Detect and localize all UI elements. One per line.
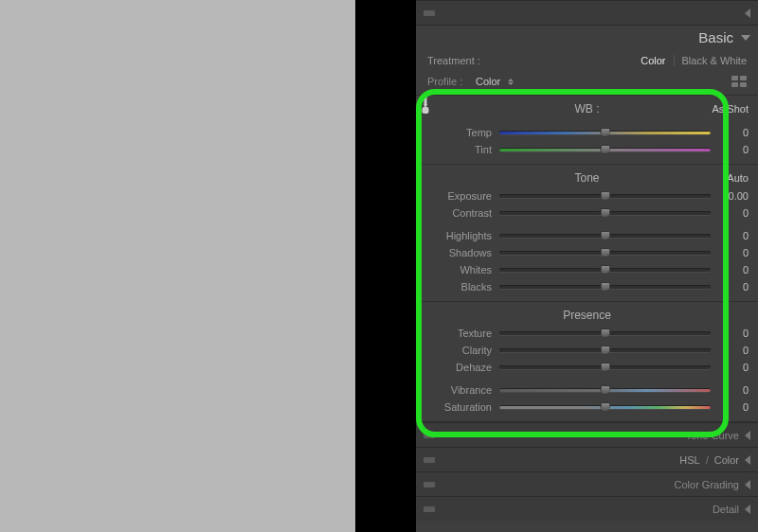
tint-row: Tint 0	[416, 141, 758, 158]
presence-title: Presence	[563, 309, 611, 322]
slider-handle[interactable]	[600, 208, 610, 218]
vibrance-row: Vibrance 0	[416, 381, 758, 399]
grid-icon[interactable]	[731, 76, 747, 87]
detail-panel[interactable]: Detail	[416, 496, 758, 521]
panel-gap	[355, 0, 416, 532]
slider-handle[interactable]	[600, 328, 610, 338]
whites-value[interactable]: 0	[718, 264, 749, 275]
slider-handle[interactable]	[600, 231, 610, 240]
vibrance-label: Vibrance	[425, 384, 492, 396]
tint-slider[interactable]	[499, 148, 711, 151]
slider-handle[interactable]	[600, 145, 610, 154]
exposure-label: Exposure	[425, 190, 492, 202]
slider-handle[interactable]	[600, 346, 610, 355]
toggle-icon[interactable]	[424, 10, 435, 16]
texture-slider[interactable]	[499, 331, 711, 335]
exposure-value[interactable]: 0.00	[718, 190, 749, 202]
profile-label: Profile :	[427, 76, 462, 87]
slider-handle[interactable]	[600, 363, 610, 372]
highlights-label: Highlights	[425, 230, 492, 241]
treatment-color[interactable]: Color	[641, 55, 665, 66]
contrast-row: Contrast 0	[416, 204, 758, 222]
dehaze-row: Dehaze 0	[416, 359, 758, 376]
contrast-label: Contrast	[425, 207, 492, 219]
toggle-icon[interactable]	[424, 482, 435, 488]
divider	[674, 55, 675, 66]
basic-header[interactable]: Basic	[416, 25, 758, 49]
treatment-label: Treatment :	[427, 55, 480, 66]
dehaze-value[interactable]: 0	[718, 362, 749, 373]
highlights-slider[interactable]	[499, 234, 711, 238]
treatment-bw[interactable]: Black & White	[682, 55, 747, 66]
detail-title: Detail	[713, 504, 739, 515]
contrast-slider[interactable]	[499, 211, 711, 215]
shadows-row: Shadows 0	[416, 244, 758, 261]
temp-row: Temp 0	[416, 124, 758, 141]
saturation-row: Saturation 0	[416, 399, 758, 416]
presence-section: Presence Texture 0 Clarity 0 Dehaze 0 Vi…	[416, 302, 758, 422]
contrast-value[interactable]: 0	[718, 207, 749, 219]
tone-section: Tone Auto Exposure 0.00 Contrast 0 Highl…	[416, 165, 758, 302]
wb-section: WB : As Shot Temp 0 Tint 0	[416, 96, 758, 165]
texture-label: Texture	[425, 328, 492, 339]
slider-handle[interactable]	[600, 402, 610, 412]
clarity-label: Clarity	[425, 345, 492, 356]
dehaze-label: Dehaze	[425, 362, 492, 373]
blacks-value[interactable]: 0	[718, 281, 749, 293]
color-grading-panel[interactable]: Color Grading	[416, 471, 758, 496]
temp-slider[interactable]	[499, 131, 711, 134]
hsl-b: Color	[714, 454, 739, 466]
tint-label: Tint	[425, 144, 492, 155]
hsl-panel[interactable]: HSL / Color	[416, 447, 758, 471]
tone-curve-title: Tone Curve	[686, 430, 739, 441]
slider-handle[interactable]	[600, 248, 610, 257]
highlights-row: Highlights 0	[416, 227, 758, 244]
toggle-icon[interactable]	[424, 433, 435, 438]
whites-slider[interactable]	[499, 268, 711, 272]
slider-handle[interactable]	[600, 385, 610, 395]
slider-handle[interactable]	[600, 265, 610, 275]
shadows-value[interactable]: 0	[718, 247, 749, 258]
tone-auto[interactable]: Auto	[727, 172, 749, 184]
basic-title: Basic	[698, 29, 733, 45]
blacks-slider[interactable]	[499, 285, 711, 289]
chevron-left-icon	[745, 431, 750, 440]
treatment-row: Treatment : Color Black & White	[416, 49, 758, 72]
collapsed-section-top[interactable]	[416, 0, 758, 25]
color-grading-title: Color Grading	[675, 479, 739, 490]
shadows-label: Shadows	[425, 247, 492, 258]
slider-handle[interactable]	[600, 191, 610, 201]
tone-curve-panel[interactable]: Tone Curve	[416, 422, 758, 447]
texture-value[interactable]: 0	[718, 328, 749, 339]
tint-value[interactable]: 0	[718, 144, 749, 155]
slider-handle[interactable]	[600, 128, 610, 137]
highlights-value[interactable]: 0	[718, 230, 749, 241]
whites-row: Whites 0	[416, 261, 758, 278]
chevron-down-icon	[741, 35, 750, 41]
exposure-slider[interactable]	[499, 194, 711, 198]
profile-stepper[interactable]	[508, 79, 514, 85]
hsl-a: HSL	[679, 454, 699, 466]
chevron-left-icon	[745, 480, 750, 489]
image-canvas	[0, 0, 355, 532]
shadows-slider[interactable]	[499, 251, 711, 255]
basic-panel: Basic Treatment : Color Black & White Pr…	[416, 25, 758, 422]
blacks-label: Blacks	[425, 281, 492, 293]
temp-value[interactable]: 0	[718, 127, 749, 138]
temp-label: Temp	[425, 127, 492, 138]
wb-preset[interactable]: As Shot	[712, 103, 749, 115]
toggle-icon[interactable]	[424, 506, 435, 512]
slider-handle[interactable]	[600, 282, 610, 292]
wb-label: WB :	[575, 102, 600, 115]
clarity-slider[interactable]	[499, 348, 711, 352]
profile-value[interactable]: Color	[470, 76, 500, 87]
chevron-left-icon	[745, 9, 750, 18]
clarity-value[interactable]: 0	[718, 345, 749, 356]
toggle-icon[interactable]	[424, 457, 435, 463]
vibrance-value[interactable]: 0	[718, 384, 749, 396]
exposure-row: Exposure 0.00	[416, 187, 758, 204]
dehaze-slider[interactable]	[499, 365, 711, 369]
vibrance-slider[interactable]	[499, 388, 711, 392]
saturation-value[interactable]: 0	[718, 401, 749, 413]
saturation-slider[interactable]	[499, 405, 711, 409]
